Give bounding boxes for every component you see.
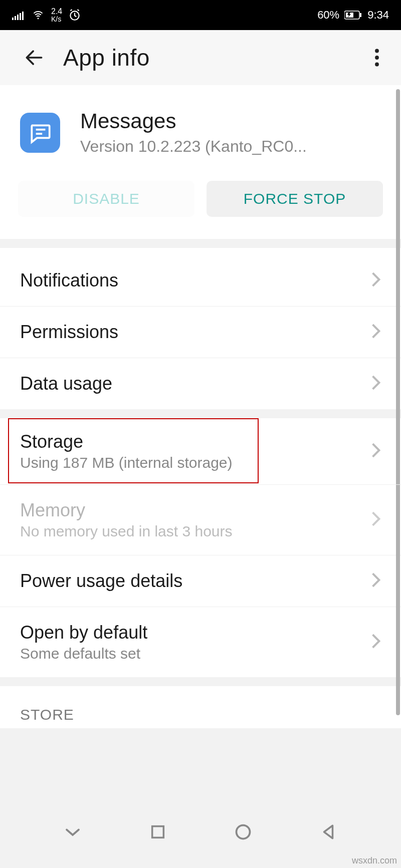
store-header: STORE (0, 686, 401, 728)
back-button[interactable] (20, 44, 48, 72)
svg-point-13 (237, 825, 250, 839)
alarm-icon (68, 9, 81, 22)
svg-rect-1 (15, 16, 16, 20)
svg-point-7 (375, 49, 379, 53)
svg-rect-6 (360, 13, 361, 17)
storage-sub: Using 187 MB (internal storage) (20, 454, 371, 471)
data-usage-label: Data usage (20, 373, 371, 394)
memory-sub: No memory used in last 3 hours (20, 523, 371, 540)
chevron-right-icon (371, 511, 381, 529)
svg-rect-4 (22, 12, 24, 20)
network-speed: 2.4 K/s (51, 8, 62, 23)
chevron-right-icon (371, 271, 381, 290)
wifi-icon (31, 10, 45, 21)
action-button-row: DISABLE FORCE STOP (0, 171, 401, 239)
battery-percent: 60% (317, 9, 339, 22)
chevron-right-icon (371, 442, 381, 460)
app-name: Messages (80, 109, 307, 133)
chevron-right-icon (371, 375, 381, 393)
open-by-default-row[interactable]: Open by default Some defaults set (0, 607, 401, 677)
status-right: 60% 9:34 (317, 9, 389, 22)
signal-icon (12, 10, 25, 20)
store-section: STORE (0, 686, 401, 728)
force-stop-button[interactable]: FORCE STOP (207, 181, 383, 217)
power-usage-label: Power usage details (20, 570, 371, 592)
status-bar: 2.4 K/s 60% 9:34 (0, 0, 401, 30)
svg-rect-3 (20, 13, 21, 20)
nav-recents-button[interactable] (143, 817, 173, 847)
svg-rect-0 (12, 18, 14, 20)
data-usage-row[interactable]: Data usage (0, 358, 401, 409)
app-title-block: Messages Version 10.2.223 (Kanto_RC0... (80, 109, 307, 156)
notifications-label: Notifications (20, 270, 371, 291)
memory-label: Memory (20, 500, 371, 521)
app-bar: App info (0, 30, 401, 85)
app-header-card: Messages Version 10.2.223 (Kanto_RC0... … (0, 85, 401, 239)
power-usage-row[interactable]: Power usage details (0, 555, 401, 607)
storage-row[interactable]: Storage Using 187 MB (internal storage) (0, 418, 401, 485)
nav-back-button[interactable] (313, 817, 343, 847)
list-group-2: Storage Using 187 MB (internal storage) … (0, 418, 401, 677)
storage-label: Storage (20, 431, 371, 452)
notifications-row[interactable]: Notifications (0, 255, 401, 307)
permissions-row[interactable]: Permissions (0, 307, 401, 358)
chevron-right-icon (371, 633, 381, 651)
nav-hide-keyboard-button[interactable] (58, 817, 88, 847)
page-title: App info (63, 44, 365, 71)
chevron-right-icon (371, 323, 381, 341)
nav-home-button[interactable] (228, 817, 258, 847)
navigation-bar (0, 812, 401, 852)
battery-icon (344, 11, 362, 20)
disable-button[interactable]: DISABLE (18, 181, 194, 217)
app-icon (20, 113, 60, 153)
speed-value: 2.4 (51, 8, 62, 16)
open-default-sub: Some defaults set (20, 645, 371, 662)
chevron-right-icon (371, 572, 381, 590)
permissions-label: Permissions (20, 322, 371, 343)
overflow-menu-button[interactable] (365, 46, 389, 70)
scrollbar[interactable] (396, 89, 400, 715)
svg-point-9 (375, 63, 379, 67)
clock-time: 9:34 (367, 9, 389, 22)
svg-rect-2 (17, 15, 19, 20)
memory-row[interactable]: Memory No memory used in last 3 hours (0, 485, 401, 555)
svg-point-8 (375, 56, 379, 60)
status-left: 2.4 K/s (12, 8, 81, 23)
svg-rect-12 (152, 826, 164, 838)
app-version: Version 10.2.223 (Kanto_RC0... (80, 137, 307, 156)
list-group-1: Notifications Permissions Data usage (0, 248, 401, 409)
open-default-label: Open by default (20, 622, 371, 643)
speed-unit: K/s (51, 16, 61, 23)
watermark: wsxdn.com (352, 855, 397, 866)
content: Messages Version 10.2.223 (Kanto_RC0... … (0, 85, 401, 728)
app-header: Messages Version 10.2.223 (Kanto_RC0... (0, 85, 401, 171)
